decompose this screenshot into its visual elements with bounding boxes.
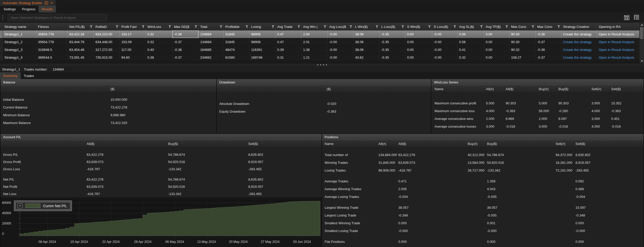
column-chooser-icon[interactable]: [624, 15, 630, 20]
cell-profit-fact[interactable]: 153.17: [120, 30, 146, 38]
cell-strategy-name[interactable]: Strategy1_1: [3, 30, 36, 38]
tab-settings[interactable]: Settings: [1, 6, 19, 12]
cell-avg-trade[interactable]: 0.47: [276, 30, 302, 38]
cell-s-win[interactable]: 0.00: [406, 54, 432, 61]
open-in-result-analysis-link[interactable]: Open in Result Analysis: [597, 30, 639, 38]
filter-funnel-icon[interactable]: [324, 25, 326, 28]
cell-avg-tp[interactable]: 0.00: [484, 46, 510, 53]
cell-losing[interactable]: 116391: [250, 46, 276, 53]
create-the-strategy-link[interactable]: Create the strategy: [561, 30, 597, 38]
column-header-max-cons-19[interactable]: Max Cons: [510, 23, 536, 30]
filter-funnel-icon[interactable]: [245, 25, 248, 28]
cell-l-win[interactable]: 38.06: [354, 38, 380, 46]
cell-profitable[interactable]: 31845: [224, 38, 250, 46]
column-header-total-7[interactable]: Total: [199, 23, 224, 30]
filter-funnel-icon[interactable]: [297, 25, 300, 28]
filter-funnel-icon[interactable]: [401, 25, 404, 28]
cell-s-win[interactable]: 0.00: [406, 38, 432, 46]
column-header-avg-win-11[interactable]: Avg Win (: [302, 23, 328, 30]
cell-win-loss[interactable]: 0.32: [146, 30, 173, 38]
cell-avg-loss[interactable]: -0.00: [328, 30, 354, 38]
scrollbar-thumb[interactable]: [640, 27, 643, 39]
cell-avg-win[interactable]: 2.00: [302, 30, 328, 38]
column-header-strategy-name-0[interactable]: Strategy name: [3, 23, 36, 30]
column-header-max-cons-20[interactable]: Max Cons: [536, 23, 561, 30]
tab-results[interactable]: Results: [39, 6, 56, 12]
filter-funnel-icon[interactable]: [194, 25, 197, 28]
filter-funnel-icon[interactable]: [453, 25, 456, 28]
cell-s-loss[interactable]: -0.00: [432, 46, 458, 53]
column-header-avg-loss-12[interactable]: Avg Loss($: [328, 23, 354, 30]
cell-romad[interactable]: 634,223.00: [94, 30, 120, 38]
cell-max-cons[interactable]: -0.37: [536, 38, 561, 46]
cell-s-loss[interactable]: -0.00: [432, 30, 458, 38]
column-header-s-loss-16[interactable]: S Loss($): [432, 23, 458, 30]
cell-l-win[interactable]: 38.06: [354, 30, 380, 38]
column-header-l-win-13[interactable]: L Win($): [354, 23, 380, 30]
cell-avg-sl[interactable]: 0.41: [458, 46, 484, 53]
column-header-romad-3[interactable]: RoMaD: [94, 23, 120, 30]
popout-window-icon[interactable]: [45, 1, 48, 5]
cell-total[interactable]: 134684: [199, 38, 224, 46]
cell-fitness[interactable]: 35654.778: [36, 38, 68, 46]
filter-funnel-icon[interactable]: [90, 25, 93, 28]
cell-avg-trade[interactable]: 0.47: [276, 38, 302, 46]
cell-losing[interactable]: 169746: [250, 54, 276, 61]
cell-net-p-l[interactable]: 63,444.79: [68, 38, 94, 46]
close-icon[interactable]: ✕: [50, 1, 53, 4]
filter-funnel-icon[interactable]: [531, 25, 534, 28]
cell-max-cons[interactable]: -0.36: [536, 30, 561, 38]
cell-losing[interactable]: 98908: [250, 38, 276, 46]
cell-max-cons[interactable]: 90.32: [510, 46, 536, 53]
filter-funnel-icon[interactable]: [272, 25, 274, 28]
tab-progress[interactable]: Progress: [19, 6, 39, 12]
table-row-strategy1-1[interactable]: Strategy1_135654.77863,422.28634,223.001…: [0, 30, 644, 38]
cell-avg-sl[interactable]: 0.56: [458, 30, 484, 38]
cell-losing[interactable]: 98908: [250, 30, 276, 38]
filter-funnel-icon[interactable]: [505, 25, 508, 28]
column-header-avg-trade-10[interactable]: Avg Trade: [276, 23, 302, 30]
cell-max-dd[interactable]: -0.36: [173, 30, 199, 38]
cell-l-loss[interactable]: -0.35: [380, 46, 406, 53]
cell-avg-trade[interactable]: 0.31: [276, 54, 302, 61]
cell-avg-sl[interactable]: 0.56: [458, 38, 484, 46]
column-header-profit-fact-4[interactable]: Profit Fact: [120, 23, 146, 30]
scroll-down-arrow-icon[interactable]: [640, 59, 644, 63]
column-header-profitable-8[interactable]: Profitable: [224, 23, 250, 30]
column-header-avg-tp-18[interactable]: Avg TP($): [484, 23, 510, 30]
cell-total[interactable]: 134684: [199, 30, 224, 38]
cell-win-loss[interactable]: 0.36: [146, 54, 173, 61]
cell-max-cons[interactable]: 108.27: [510, 54, 536, 61]
cell-win-loss[interactable]: 0.40: [146, 46, 173, 53]
column-header-win-loss-5[interactable]: Win/Loss: [146, 23, 173, 30]
column-header-l-loss-14[interactable]: L Loss($): [380, 23, 406, 30]
cell-avg-win[interactable]: 1.38: [302, 46, 328, 53]
cell-avg-win[interactable]: 1.21: [302, 54, 328, 61]
cell-fitness[interactable]: 369544.5: [36, 54, 68, 61]
cell-romad[interactable]: 735,915.00: [94, 54, 120, 61]
filter-funnel-icon[interactable]: [116, 25, 118, 28]
filter-funnel-icon[interactable]: [142, 25, 145, 28]
vertical-scrollbar[interactable]: [639, 23, 644, 63]
cell-net-p-l[interactable]: 63,454.46: [68, 46, 94, 53]
create-the-strategy-link[interactable]: Create the strategy: [561, 54, 597, 61]
cell-fitness[interactable]: 318948.5: [36, 46, 68, 53]
cell-avg-loss[interactable]: -0.00: [328, 46, 354, 53]
column-header-net-p-l-2[interactable]: Net P/L($): [68, 23, 94, 30]
cell-strategy-name[interactable]: Strategy1_3: [3, 46, 36, 53]
cell-avg-sl[interactable]: 0.32: [458, 54, 484, 61]
window-tab-automatic-strategy-builder[interactable]: Automatic Strategy Builder ✕: [0, 0, 56, 6]
column-header-opening-in-ra-22[interactable]: Opening in RA: [597, 23, 639, 30]
table-row-strategy1-3[interactable]: Strategy1_3318948.563,454.46317,272.5011…: [0, 46, 644, 54]
cell-avg-tp[interactable]: 0.00: [484, 30, 510, 38]
filter-funnel-icon[interactable]: [220, 25, 222, 28]
filter-funnel-icon[interactable]: [428, 25, 431, 28]
subtab-trades[interactable]: Trades: [21, 72, 37, 79]
column-header-losing-9[interactable]: Losing: [250, 23, 276, 30]
column-header-avg-sl-17[interactable]: Avg SL($): [458, 23, 484, 30]
cell-total[interactable]: 164685: [199, 46, 224, 53]
column-header-s-win-15[interactable]: S Win($): [406, 23, 432, 30]
cell-avg-tp[interactable]: 0.00: [484, 38, 510, 46]
cell-net-p-l[interactable]: 63,422.28: [68, 30, 94, 38]
filter-funnel-icon[interactable]: [349, 25, 352, 28]
